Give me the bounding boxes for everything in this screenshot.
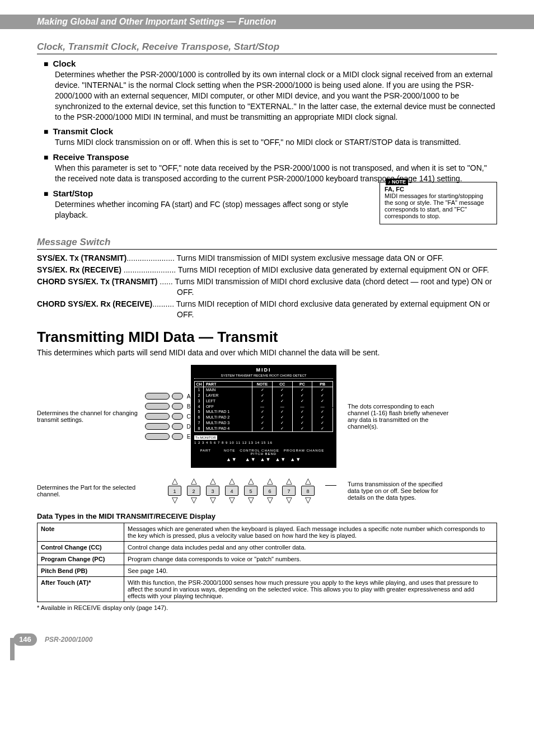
number-button: 7 (282, 486, 296, 496)
bottom-button-unit: △7▽ (282, 478, 296, 503)
note-box: NOTE FA, FC MIDI messages for starting/s… (380, 182, 497, 224)
table-row-desc: Messages which are generated when the ke… (124, 523, 497, 541)
triangle-up-icon: △ (267, 478, 273, 484)
transmit-clock-body: Turns MIDI clock transmission on or off.… (55, 137, 497, 148)
tx-monitor-label: Tx MONITOR (194, 435, 217, 440)
bullet-square: ■ (44, 189, 48, 198)
bottom-button-unit: △6▽ (263, 478, 277, 503)
screen-grid-row: 3LEFT (195, 398, 332, 404)
triangle-down-icon: ▽ (191, 497, 197, 503)
triangle-down-icon: ▽ (286, 497, 292, 503)
table-row-desc: Program change data corresponds to voice… (124, 553, 497, 565)
table-row-header: Pitch Bend (PB) (38, 565, 124, 576)
transmit-clock-title: Transmit Clock (53, 126, 113, 136)
screen-grid-row: 4OFF (195, 404, 332, 409)
diagram: Determines the channel for changing tran… (37, 365, 497, 503)
triangle-down-icon: ▽ (248, 497, 254, 503)
bullet-square: ■ (44, 153, 48, 162)
diagram-right-caption: The dots corresponding to each channel (… (336, 403, 454, 430)
number-button: 4 (225, 486, 238, 496)
table-row: NoteMessages which are generated when th… (38, 523, 497, 541)
table-caption: Data Types in the MIDI TRANSMIT/RECEIVE … (37, 512, 497, 520)
note-title: FA, FC (385, 186, 404, 192)
screen-tabs: SYSTEM TRANSMIT RECEIVE ROOT CHORD DETEC… (194, 374, 333, 379)
section-tab (10, 638, 15, 660)
receive-transpose-subheading: ■ Receive Transpose (37, 152, 497, 162)
side-button (145, 403, 170, 410)
diagram-bottom-buttons: △1▽△2▽△3▽△4▽△5▽△6▽△7▽△8▽ (146, 478, 336, 503)
screen-grid-row: 2LAYER (195, 393, 332, 398)
triangle-up-icon: △ (248, 478, 254, 484)
message-switch-row: SYS/EX. Rx (RECEIVE) ...................… (37, 265, 497, 275)
side-button (145, 433, 170, 440)
clock-title: Clock (53, 59, 76, 68)
screen-grid-row: 7MULTI PAD 3 (195, 420, 332, 426)
bottom-button-unit: △1▽ (168, 478, 181, 503)
receive-transpose-body: When this parameter is set to "OFF," not… (55, 163, 497, 184)
section-heading-clock: Clock, Transmit Clock, Receive Transpose… (37, 41, 497, 54)
start-stop-body: Determines whether incoming FA (start) a… (55, 199, 369, 220)
bottom-button-unit: △8▽ (301, 478, 315, 503)
side-button-small (172, 423, 183, 430)
number-button: 3 (206, 486, 219, 496)
footer-model: PSR-2000/1000 (45, 636, 92, 644)
header-title: Making Global and Other Important Settin… (37, 17, 277, 27)
side-button-row: E (145, 433, 192, 440)
screen-title: MIDI (194, 367, 333, 373)
header-bar: Making Global and Other Important Settin… (0, 15, 534, 29)
table-row: Control Change (CC)Control change data i… (38, 541, 497, 553)
diagram-lower-right-caption: Turns transmission of the specified data… (336, 481, 454, 501)
table-row-desc: Control change data includes pedal and a… (124, 541, 497, 553)
section-heading-message-switch: Message Switch (37, 237, 497, 250)
triangle-up-icon: △ (229, 478, 235, 484)
number-button: 8 (301, 486, 315, 496)
number-button: 5 (244, 486, 257, 496)
table-row-desc: See page 140. (124, 565, 497, 576)
triangle-up-icon: △ (286, 478, 292, 484)
table-row-header: After Touch (AT)* (38, 576, 124, 602)
side-button-row: A (145, 393, 192, 400)
triangle-up-icon: △ (191, 478, 197, 484)
message-switch-list: SYS/EX. Tx (TRANSMIT)...................… (37, 253, 497, 320)
side-button (145, 393, 170, 400)
triangle-down-icon: ▽ (172, 497, 178, 503)
triangle-up-icon: △ (305, 478, 311, 484)
table-row-header: Note (38, 523, 124, 541)
table-row-desc: With this function, the PSR-2000/1000 se… (124, 576, 497, 602)
triangle-down-icon: ▽ (305, 497, 311, 503)
number-button: 1 (168, 486, 181, 496)
table-footnote: * Available in RECEIVE display only (pag… (37, 604, 497, 611)
number-button: 2 (187, 486, 200, 496)
data-types-table: NoteMessages which are generated when th… (37, 523, 497, 602)
tx-monitor-numbers: 1 2 3 4 5 6 7 8 9 10 11 12 13 14 15 16 (194, 441, 333, 444)
table-row: After Touch (AT)*With this function, the… (38, 576, 497, 602)
diagram-lower-left-caption: Determines the Part for the selected cha… (37, 484, 146, 497)
diagram-left-caption: Determines the channel for changing tran… (37, 410, 146, 423)
message-switch-row: SYS/EX. Tx (TRANSMIT)...................… (37, 253, 497, 264)
bullet-square: ■ (44, 59, 48, 68)
table-row: Program Change (PC)Program change data c… (38, 553, 497, 565)
triangle-up-icon: △ (172, 478, 178, 484)
table-row-header: Control Change (CC) (38, 541, 124, 553)
bottom-button-unit: △2▽ (187, 478, 200, 503)
screen-bottom-labels: PART NOTE CONTROL CHANGE PROGRAM CHANGE … (194, 449, 333, 462)
side-button (145, 423, 170, 430)
table-row: Pitch Bend (PB)See page 140. (38, 565, 497, 576)
side-button-row: B (145, 403, 192, 410)
triangle-down-icon: ▽ (267, 497, 273, 503)
bullet-square: ■ (44, 127, 48, 136)
message-switch-row: CHORD SYS/EX. Tx (TRANSMIT) ...... Turns… (37, 276, 497, 298)
bottom-button-unit: △3▽ (206, 478, 219, 503)
triangle-up-icon: △ (210, 478, 216, 484)
side-button-small (172, 433, 183, 440)
note-body: MIDI messages for starting/stopping the … (385, 192, 484, 219)
transmit-clock-subheading: ■ Transmit Clock (37, 126, 497, 136)
message-switch-row: CHORD SYS/EX. Rx (RECEIVE).......... Tur… (37, 299, 497, 320)
number-button: 6 (263, 486, 277, 496)
screen-grid-row: 6MULTI PAD 2 (195, 415, 332, 420)
side-button-small (172, 403, 183, 410)
bottom-button-unit: △5▽ (244, 478, 257, 503)
transmit-heading: Transmitting MIDI Data — Transmit (37, 328, 497, 346)
side-button-row: D (145, 423, 192, 430)
clock-subheading: ■ Clock (37, 59, 497, 68)
